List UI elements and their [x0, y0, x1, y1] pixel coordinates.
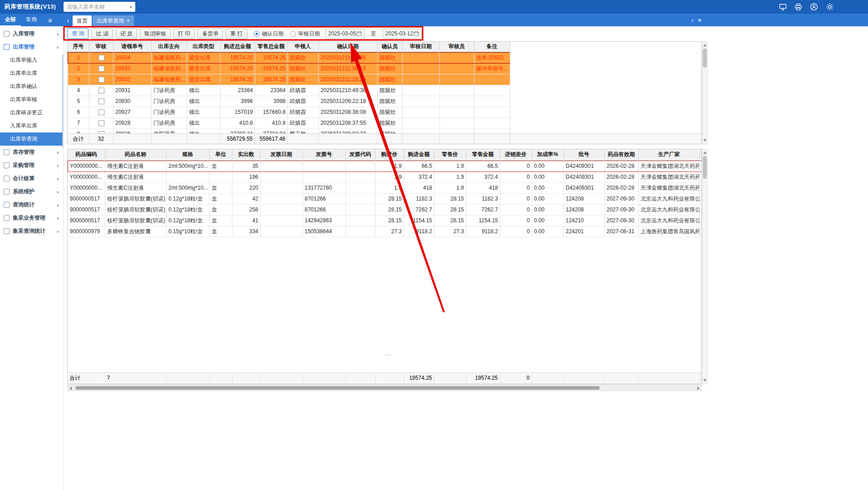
sidebar-group[interactable]: 集采业务管理∨: [0, 211, 63, 225]
close-icon[interactable]: ×: [127, 15, 130, 26]
column-header[interactable]: 出库去向: [151, 42, 187, 52]
page-tab[interactable]: 首页: [73, 15, 92, 26]
column-header[interactable]: 确认员: [377, 42, 402, 52]
page-tab[interactable]: 出库单查询×: [93, 15, 134, 26]
table-row[interactable]: 9000000517桉柠蒎肠溶软胶囊(切诺)0.12g*18粒/盒盒428701…: [68, 193, 702, 204]
row-checkbox[interactable]: [99, 77, 104, 83]
table-row[interactable]: 9000000517桉柠蒎肠溶软胶囊(切诺)0.12g*18粒/盒盒411429…: [68, 215, 702, 226]
column-header[interactable]: 审核: [89, 42, 113, 52]
master-vertical-scrollbar[interactable]: [702, 41, 708, 144]
printer-icon[interactable]: [794, 3, 802, 11]
scroll-thumb[interactable]: [75, 386, 600, 390]
sidebar-group[interactable]: 出库管理∧: [0, 40, 63, 54]
column-header[interactable]: 备注: [474, 42, 510, 52]
splitter-handle[interactable]: ⋯: [385, 351, 392, 359]
table-row[interactable]: 820926住院药房领出37280.3437704.94魏玉敏202503120…: [68, 128, 510, 133]
row-checkbox[interactable]: [99, 88, 104, 93]
scroll-thumb[interactable]: [703, 49, 707, 68]
radio-confirm-date[interactable]: 确认日期: [254, 30, 284, 38]
column-header[interactable]: 审核日期: [402, 42, 439, 52]
toolbar-button[interactable]: 备货单: [197, 28, 223, 39]
column-header[interactable]: 实出数: [232, 149, 260, 160]
column-header[interactable]: 出库类型: [187, 42, 220, 52]
sidebar-group[interactable]: 会计核算∨: [0, 172, 63, 185]
column-header[interactable]: 零售价: [434, 149, 466, 160]
chevron-right-icon[interactable]: ›: [691, 17, 693, 24]
column-header[interactable]: 药品编码: [68, 149, 105, 160]
scroll-thumb[interactable]: [703, 156, 707, 179]
column-header[interactable]: 购进总金额: [220, 42, 255, 52]
row-checkbox[interactable]: [99, 120, 104, 126]
column-header[interactable]: 购进金额: [404, 149, 434, 160]
row-checkbox[interactable]: [99, 55, 104, 61]
date-from-input[interactable]: 2025-03-05: [326, 29, 365, 39]
column-header[interactable]: 确认日期: [318, 42, 377, 52]
column-header[interactable]: 零售金额: [466, 149, 500, 160]
horizontal-scrollbar[interactable]: [67, 385, 702, 391]
radio-audit-date[interactable]: 审核日期: [290, 30, 320, 38]
row-checkbox[interactable]: [99, 131, 104, 133]
toolbar-button[interactable]: 打 印: [173, 28, 195, 39]
column-header[interactable]: 审核员: [439, 42, 474, 52]
sidebar-item[interactable]: 出库单确认: [0, 80, 63, 93]
hamburger-icon[interactable]: ≡: [48, 16, 52, 24]
column-header[interactable]: 零售总金额: [255, 42, 287, 52]
sidebar-item[interactable]: 出库错误更正: [0, 106, 63, 119]
row-checkbox[interactable]: [99, 109, 104, 115]
column-header[interactable]: 发票日期: [260, 149, 302, 160]
sidebar-group[interactable]: 入库管理∨: [0, 27, 63, 40]
column-header[interactable]: 申领人: [287, 42, 318, 52]
table-row[interactable]: Y00000000...维生素C注射液2ml:500mg*10...盒351.9…: [68, 161, 702, 172]
sidebar-group[interactable]: 采购管理∨: [0, 159, 63, 172]
toolbar-button[interactable]: 过 滤: [91, 28, 113, 39]
column-header[interactable]: 加成率%: [532, 149, 563, 160]
column-header[interactable]: 发票代码: [345, 149, 375, 160]
scroll-right-arrow[interactable]: [697, 387, 700, 390]
table-row[interactable]: 720928门诊药房领出410.8410.8邱炳霞2025031208:37:5…: [68, 118, 510, 128]
menu-search-input[interactable]: 请输入菜单名称 ▾: [64, 2, 135, 12]
user-icon[interactable]: [810, 3, 818, 11]
sidebar-item[interactable]: 出库单输入: [0, 54, 63, 67]
nav-tab[interactable]: 全部: [0, 14, 21, 26]
toolbar-button[interactable]: 查 询: [67, 28, 89, 39]
scroll-left-arrow[interactable]: [69, 387, 72, 390]
column-header[interactable]: 购进价: [375, 149, 404, 160]
gear-icon[interactable]: [826, 3, 834, 11]
table-row[interactable]: 9000000517桉柠蒎肠溶软胶囊(切诺)0.12g*18粒/盒盒258870…: [68, 204, 702, 215]
monitor-icon[interactable]: [779, 3, 787, 11]
column-header[interactable]: 药品名称: [105, 149, 166, 160]
sidebar-item[interactable]: 出库单出库: [0, 67, 63, 80]
table-row[interactable]: 320932福建省医药...退货出库19574.2519574.25陈紫欣202…: [68, 74, 510, 85]
sidebar-group[interactable]: 集采查询统计∨: [0, 225, 63, 238]
column-header[interactable]: 生产厂家: [638, 149, 700, 160]
column-header[interactable]: 批号: [563, 149, 604, 160]
scroll-up-arrow[interactable]: [703, 152, 707, 154]
sidebar-item[interactable]: 入库单出库: [0, 119, 63, 132]
sidebar-group[interactable]: 库存管理∨: [0, 146, 63, 159]
column-header[interactable]: 请领单号: [113, 42, 151, 52]
detail-vertical-scrollbar[interactable]: [702, 149, 708, 384]
toolbar-button[interactable]: 还 原: [116, 28, 137, 39]
column-header[interactable]: 序号: [68, 42, 89, 52]
row-checkbox[interactable]: [99, 66, 104, 72]
row-checkbox[interactable]: [99, 98, 104, 104]
sidebar-item[interactable]: 出库单查询: [0, 132, 63, 146]
table-row[interactable]: Y00000000...维生素C注射液2ml:500mg*10...盒22013…: [68, 182, 702, 193]
date-to-input[interactable]: 2025-03-12: [383, 29, 422, 39]
column-header[interactable]: 发票号: [302, 149, 345, 160]
nav-tab[interactable]: 常用: [21, 14, 42, 26]
table-row[interactable]: 620927门诊药房领出157019157660.8邱炳霞2025031208:…: [68, 107, 510, 118]
column-header[interactable]: 进销差价: [500, 149, 532, 160]
scroll-up-arrow[interactable]: [703, 44, 707, 46]
table-row[interactable]: 520930门诊药房领出39963998邱炳霞2025031209:22:18陈…: [68, 96, 510, 107]
table-row[interactable]: 9000000979多糖铁复合物胶囊0.15g*10粒/盒盒3341505386…: [68, 226, 702, 237]
scroll-down-arrow[interactable]: [703, 379, 707, 382]
column-header[interactable]: 规格: [166, 149, 209, 160]
table-row[interactable]: 420931门诊药房领出2336423364邱炳霞2025031210:49:3…: [68, 85, 510, 96]
table-row[interactable]: 220933福建省医药...退货出库-19574.25-19574.25陈紫欣2…: [68, 63, 510, 74]
table-row[interactable]: Y00000000...维生素C注射液1961.9372.41.9372.400…: [68, 172, 702, 182]
tab-list-icon[interactable]: ≡: [698, 17, 701, 24]
back-icon[interactable]: ‹: [64, 15, 73, 26]
column-header[interactable]: 单位: [209, 149, 232, 160]
sidebar-group[interactable]: 系统维护∨: [0, 185, 63, 198]
